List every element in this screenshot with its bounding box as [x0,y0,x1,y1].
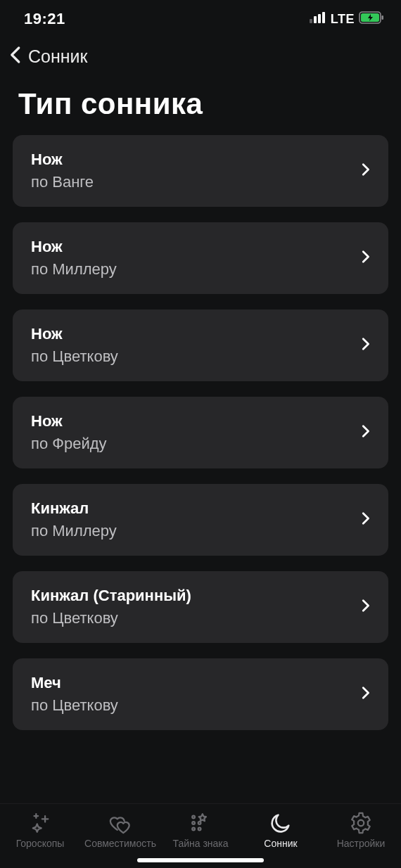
list-item[interactable]: Кинжал (Старинный)по Цветкову [13,571,388,643]
list-item-subtitle: по Миллеру [31,260,117,279]
list-item[interactable]: Ножпо Фрейду [13,397,388,468]
status-time: 19:21 [24,10,65,28]
svg-rect-2 [318,14,321,23]
chevron-right-icon [357,249,373,267]
tab-sign-secret[interactable]: Тайна знака [163,811,238,849]
list-item[interactable]: Ножпо Ванге [13,135,388,207]
sparkles-icon [28,811,52,835]
tab-horoscopes[interactable]: Гороскопы [2,811,78,849]
back-button[interactable]: Сонник [0,38,401,75]
page-title: Тип сонника [0,75,401,135]
status-bar: 19:21 LTE [0,0,401,38]
svg-point-10 [198,822,201,824]
tab-label: Сонник [264,838,297,849]
list-item-subtitle: по Ванге [31,173,94,191]
chevron-right-icon [357,511,373,529]
tab-label: Тайна знака [172,838,228,849]
home-indicator [137,858,264,862]
list-item[interactable]: Ножпо Миллеру [13,222,388,294]
chevron-right-icon [357,336,373,355]
battery-icon [359,11,384,27]
chevron-right-icon [357,162,373,180]
list-item-title: Кинжал (Старинный) [31,587,191,605]
list-item[interactable]: Кинжалпо Миллеру [13,484,388,556]
svg-rect-3 [322,12,325,23]
chevron-right-icon [357,685,373,703]
list-item-title: Кинжал [31,499,117,518]
chevron-left-icon [6,44,27,68]
svg-point-11 [198,828,201,831]
list-item-subtitle: по Миллеру [31,522,117,540]
cellular-icon [310,12,326,26]
list-item-title: Меч [31,674,118,692]
chevron-right-icon [357,598,373,616]
dreambook-type-list: Ножпо ВангеНожпо МиллеруНожпо ЦветковуНо… [0,135,401,803]
tab-dreambook[interactable]: Сонник [243,811,319,849]
status-right: LTE [310,11,384,27]
svg-point-12 [358,820,364,826]
svg-point-9 [192,828,195,831]
list-item-subtitle: по Фрейду [31,435,107,453]
back-label: Сонник [28,46,87,67]
list-item-title: Нож [31,238,117,256]
svg-rect-1 [314,16,317,23]
chevron-right-icon [357,423,373,442]
tab-label: Совместимость [84,838,156,849]
list-item[interactable]: Мечпо Цветкову [13,658,388,730]
list-item-title: Нож [31,412,107,430]
moon-icon [269,811,293,835]
list-item-subtitle: по Цветкову [31,347,118,366]
svg-rect-6 [382,15,384,20]
hearts-icon [108,811,132,835]
tab-label: Настройки [337,838,386,849]
list-item-subtitle: по Цветкову [31,609,191,627]
network-label: LTE [331,12,355,27]
tab-label: Гороскопы [16,838,65,849]
list-item-title: Нож [31,151,94,169]
svg-point-8 [192,822,195,824]
gear-icon [349,811,373,835]
grid-star-icon [189,811,212,835]
list-item[interactable]: Ножпо Цветкову [13,309,388,381]
list-item-title: Нож [31,325,118,343]
svg-rect-0 [310,19,312,23]
tab-settings[interactable]: Настройки [323,811,399,849]
svg-point-7 [192,816,195,819]
list-item-subtitle: по Цветкову [31,696,118,715]
tab-compatibility[interactable]: Совместимость [82,811,158,849]
